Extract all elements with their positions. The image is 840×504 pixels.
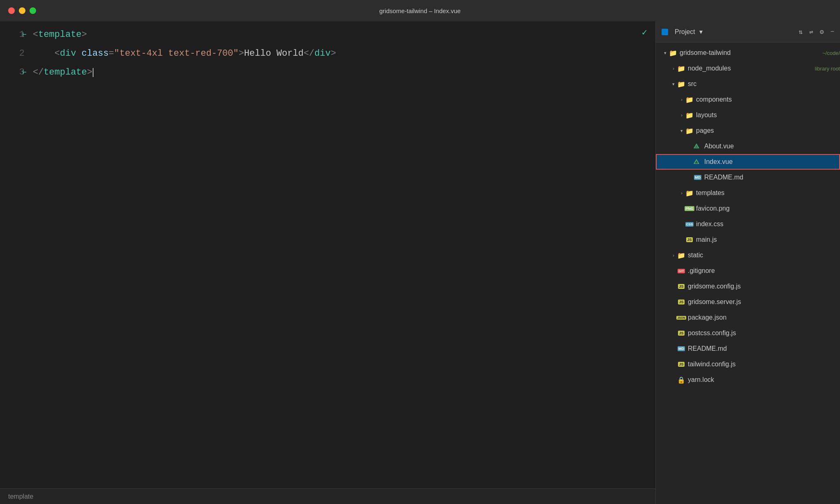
tree-item-tailwind-config[interactable]: JS tailwind.config.js [656, 356, 840, 372]
status-bar: template [0, 488, 655, 504]
item-label-root: gridsome-tailwind [680, 49, 820, 57]
main-layout: 1 2 3 ⊢ <template> <div class="text-4xl … [0, 21, 840, 504]
item-label-components: components [696, 96, 840, 103]
folder-icon-layouts: 📁 [685, 112, 694, 118]
item-label-gridsome-config: gridsome.config.js [688, 283, 840, 290]
folder-icon-src: 📁 [677, 81, 685, 87]
code-editor[interactable]: ⊢ <template> <div class="text-4xl text-r… [29, 25, 655, 488]
css-file-icon: CSS [685, 222, 694, 227]
item-label-src: src [688, 80, 840, 88]
expand-arrow-components: › [678, 97, 685, 102]
folder-icon-templates: 📁 [685, 190, 694, 196]
vue-file-icon-index [694, 158, 702, 166]
tree-item-gridsome-config[interactable]: JS gridsome.config.js [656, 279, 840, 294]
collapse-icon[interactable]: ⇅ [799, 28, 803, 36]
sidebar: Project ▾ ⇅ ⇌ ⚙ − ▾ 📁 gridsome-tailwind … [655, 21, 840, 504]
project-icon [662, 29, 668, 35]
js-file-icon-postcss: JS [677, 331, 685, 336]
item-label-main-js: main.js [696, 236, 840, 243]
expand-arrow-src: ▾ [670, 82, 677, 87]
expand-arrow-node-modules: › [670, 66, 677, 71]
json-file-icon: JSON [677, 316, 685, 320]
vue-file-icon-about [694, 143, 702, 150]
line-number-1: 1 [0, 25, 25, 44]
window-title: gridsome-tailwind – Index.vue [379, 7, 461, 14]
folder-icon-node-modules: 📁 [677, 65, 685, 72]
item-label-postcss-config: postcss.config.js [688, 329, 840, 337]
item-label-index-css: index.css [696, 220, 840, 228]
expand-arrow-pages: ▾ [678, 128, 685, 134]
sidebar-header: Project ▾ ⇅ ⇌ ⚙ − [656, 21, 840, 43]
tree-item-index-css[interactable]: CSS index.css [656, 216, 840, 232]
tree-item-gitignore[interactable]: GIT .gitignore [656, 263, 840, 279]
editor-content[interactable]: 1 2 3 ⊢ <template> <div class="text-4xl … [0, 21, 655, 488]
item-label-readme: README.md [688, 345, 840, 352]
item-label-gridsome-server: gridsome.server.js [688, 298, 840, 306]
editor-checkmark: ✓ [642, 27, 647, 38]
text-cursor [93, 68, 94, 77]
expand-arrow-templates: › [678, 191, 685, 195]
md-file-icon-pages: MD [694, 175, 702, 180]
close-button[interactable] [8, 7, 15, 14]
tree-item-readme[interactable]: MD README.md [656, 341, 840, 356]
line-number-2: 2 [0, 44, 25, 63]
tree-item-index-vue[interactable]: Index.vue [656, 154, 840, 170]
titlebar: gridsome-tailwind – Index.vue [0, 0, 840, 21]
tree-item-pages[interactable]: ▾ 📁 pages [656, 123, 840, 138]
md-file-icon: MD [677, 346, 685, 351]
tree-item-templates[interactable]: › 📁 templates [656, 185, 840, 201]
sidebar-dropdown[interactable]: ▾ [699, 28, 703, 36]
tree-item-node-modules[interactable]: › 📁 node_modules library root [656, 61, 840, 76]
tree-item-main-js[interactable]: JS main.js [656, 232, 840, 247]
sidebar-title: Project [675, 28, 695, 36]
png-file-icon: PNG [685, 206, 694, 211]
tree-item-postcss-config[interactable]: JS postcss.config.js [656, 325, 840, 341]
folder-icon-root: 📁 [669, 50, 677, 56]
code-line-1: ⊢ <template> [33, 25, 655, 44]
minimize-button[interactable] [19, 7, 25, 14]
tree-item-favicon[interactable]: PNG favicon.png [656, 201, 840, 216]
js-file-icon-main: JS [685, 237, 694, 242]
sidebar-actions: ⇅ ⇌ ⚙ − [799, 28, 834, 36]
tree-item-package-json[interactable]: JSON package.json [656, 310, 840, 325]
line-numbers: 1 2 3 [0, 25, 29, 488]
item-label-index-vue: Index.vue [704, 158, 840, 166]
minus-icon[interactable]: − [830, 28, 834, 36]
gutter-marker-1: ⊢ [23, 25, 27, 44]
tree-item-static[interactable]: › 📁 static [656, 247, 840, 263]
status-text: template [8, 493, 33, 500]
item-label-readme-pages: README.md [704, 174, 840, 181]
item-label-gitignore: .gitignore [688, 267, 840, 275]
tree-item-yarn-lock[interactable]: 🔒 yarn.lock [656, 372, 840, 388]
item-label-static: static [688, 252, 840, 259]
tree-item-gridsome-tailwind[interactable]: ▾ 📁 gridsome-tailwind ~/code/ [656, 45, 840, 61]
tree-item-gridsome-server[interactable]: JS gridsome.server.js [656, 294, 840, 310]
folder-icon-components: 📁 [685, 96, 694, 103]
item-label-layouts: layouts [696, 111, 840, 119]
item-label-about-vue: About.vue [704, 143, 840, 150]
item-label-yarn-lock: yarn.lock [688, 376, 840, 384]
tree-item-components[interactable]: › 📁 components [656, 92, 840, 107]
expand-arrow-static: › [670, 253, 677, 258]
filter-icon[interactable]: ⇌ [809, 28, 813, 36]
item-label-pages: pages [696, 127, 840, 134]
expand-arrow-layouts: › [678, 113, 685, 118]
maximize-button[interactable] [30, 7, 36, 14]
tree-item-readme-pages[interactable]: MD README.md [656, 170, 840, 185]
tree-item-src[interactable]: ▾ 📁 src [656, 76, 840, 92]
code-line-2: <div class="text-4xl text-red-700">Hello… [33, 44, 655, 63]
code-line-3: ⊢ </template> [33, 63, 655, 82]
git-file-icon: GIT [677, 269, 685, 273]
item-label-node-modules: node_modules [688, 65, 813, 72]
js-file-icon-tailwind: JS [677, 362, 685, 367]
editor-area: 1 2 3 ⊢ <template> <div class="text-4xl … [0, 21, 655, 504]
tree-item-layouts[interactable]: › 📁 layouts [656, 107, 840, 123]
item-label-templates: templates [696, 189, 840, 197]
settings-icon[interactable]: ⚙ [820, 28, 824, 36]
line-number-3: 3 [0, 63, 25, 82]
window-controls [8, 7, 36, 14]
tree-item-about-vue[interactable]: About.vue [656, 138, 840, 154]
js-file-icon-config: JS [677, 284, 685, 289]
item-label-tailwind-config: tailwind.config.js [688, 361, 840, 368]
gutter-marker-3: ⊢ [23, 63, 27, 82]
